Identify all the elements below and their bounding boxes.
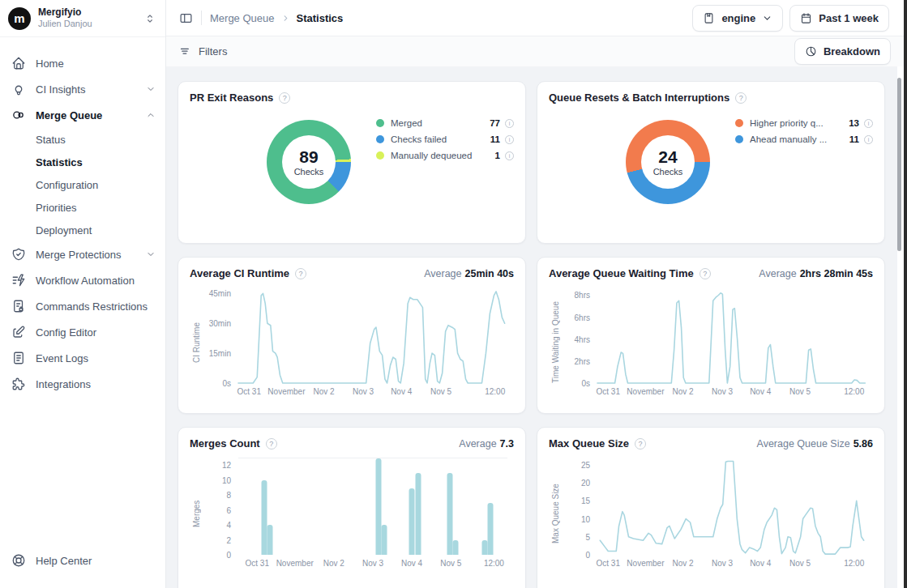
card-title: Merges Count [190,437,260,450]
repository-select[interactable]: engine [692,5,783,32]
y-axis-ticks: 2520151050 [562,458,597,555]
sidebar-item-workflow-automation[interactable]: Workflow Automation [0,267,165,293]
help-icon[interactable] [295,268,306,279]
legend-item[interactable]: Ahead manually ... 11 [735,131,873,147]
home-icon [11,56,26,70]
sidebar-item-priorities[interactable]: Priorities [0,196,165,219]
topbar: Merge Queue Statistics engine Past 1 wee… [166,0,904,36]
window-edge [904,0,907,588]
lifebuoy-icon [11,553,26,568]
help-center-link[interactable]: Help Center [0,548,165,573]
card-title: Average Queue Waiting Time [549,267,694,279]
legend-dot [376,151,384,160]
info-icon[interactable] [505,151,514,160]
help-icon[interactable] [266,438,277,450]
chevron-down-icon [146,84,156,94]
info-icon[interactable] [864,135,873,144]
queue-resets-card: Queue Resets & Batch Interruptions 24 Ch… [537,81,885,244]
shield-check-icon [11,247,26,262]
help-icon[interactable] [279,92,290,104]
pie-chart-icon [805,45,817,58]
up-down-chevron-icon[interactable] [144,13,156,24]
x-axis-ticks: Oct 31NovemberNov 2Nov 3Nov 4Nov 512:00 [238,555,507,569]
queue-resets-donut[interactable]: 24 Checks [626,120,710,204]
merges-count-card: Merges Count Average7.3 Merges 121086420… [178,427,526,588]
card-title: Queue Resets & Batch Interruptions [549,92,729,104]
x-axis-ticks: Oct 31NovemberNov 2Nov 3Nov 4Nov 512:00 [597,555,866,569]
donut-center-value: 89 [299,147,318,166]
legend-dot [735,119,743,127]
card-title: Max Queue Size [549,437,629,450]
merges-count-bar-chart[interactable] [238,458,507,555]
sidebar-item-home[interactable]: Home [0,50,165,76]
legend-item[interactable]: Merged 77 [376,115,514,131]
sidebar-nav: Home CI Insights Merge Queue Status Stat… [0,37,165,397]
info-icon[interactable] [505,119,514,128]
sidebar: m Mergifyio Julien Danjou Home CI Insigh… [0,0,166,588]
legend-item[interactable]: Higher priority q... 13 [735,115,873,131]
help-icon[interactable] [735,92,747,104]
average-stat: Average7.3 [459,438,514,450]
legend-item[interactable]: Checks failed 11 [376,131,514,147]
sidebar-item-merge-protections[interactable]: Merge Protections [0,241,165,267]
legend-item[interactable]: Manually dequeued 1 [376,147,514,164]
x-axis-ticks: Oct 31NovemberNov 2Nov 3Nov 4Nov 512:00 [238,383,507,398]
donut-center-value: 24 [658,147,677,166]
breadcrumb-parent[interactable]: Merge Queue [210,12,275,24]
sidebar-item-event-logs[interactable]: Event Logs [0,345,165,371]
sidebar-item-configuration[interactable]: Configuration [0,173,165,196]
card-title: Average CI Runtime [190,267,289,279]
scrollbar-thumb[interactable] [897,78,901,251]
ci-runtime-line-chart[interactable] [238,288,507,383]
y-axis-ticks: 45min30min15min0s [203,288,238,383]
filters-button[interactable]: Filters [179,45,227,58]
average-stat: Average2hrs 28min 45s [759,268,873,279]
queue-waiting-line-chart[interactable] [597,288,866,383]
dashboard-content: PR Exit Reasons 89 Checks Merged 77 [166,66,897,588]
donut-center-label: Checks [653,167,683,177]
calendar-icon [800,12,812,24]
info-icon[interactable] [505,135,514,144]
sidebar-item-merge-queue[interactable]: Merge Queue [0,102,165,128]
info-icon[interactable] [864,119,873,128]
pr-exit-reasons-card: PR Exit Reasons 89 Checks Merged 77 [178,81,526,244]
legend-dot [376,119,384,127]
y-axis-label: Merges [190,458,203,569]
card-title: PR Exit Reasons [190,92,273,104]
sidebar-item-ci-insights[interactable]: CI Insights [0,76,165,102]
help-icon[interactable] [700,268,711,279]
automation-bolt-icon [11,273,26,288]
sidebar-item-integrations[interactable]: Integrations [0,371,165,397]
max-queue-size-line-chart[interactable] [597,458,866,555]
org-name: Mergifyio [38,7,144,19]
time-range-button[interactable]: Past 1 week [789,5,889,32]
sidebar-item-status[interactable]: Status [0,128,165,151]
max-queue-size-card: Max Queue Size Average Queue Size5.86 Ma… [537,427,885,588]
org-logo: m [8,7,31,30]
filter-icon [179,45,191,58]
pr-exit-reasons-donut[interactable]: 89 Checks [267,120,351,204]
sidebar-item-commands-restrictions[interactable]: Commands Restrictions [0,293,165,319]
sidebar-item-deployment[interactable]: Deployment [0,219,165,241]
average-ci-runtime-card: Average CI Runtime Average25min 40s CI R… [178,257,526,414]
breadcrumb: Merge Queue Statistics [210,12,343,24]
breadcrumb-current: Statistics [297,12,344,24]
x-axis-ticks: Oct 31NovemberNov 2Nov 3Nov 4Nov 512:00 [597,383,866,398]
sidebar-item-statistics[interactable]: Statistics [0,151,165,173]
breakdown-button[interactable]: Breakdown [794,38,891,65]
toolbar: Filters Breakdown [166,36,904,66]
repository-name: engine [721,12,755,24]
sidebar-item-config-editor[interactable]: Config Editor [0,319,165,345]
repository-icon [703,12,715,24]
panel-left-icon [179,11,193,25]
merge-queue-icon [11,108,26,122]
average-queue-waiting-time-card: Average Queue Waiting Time Average2hrs 2… [537,257,885,414]
clipboard-lock-icon [11,299,26,313]
org-switcher[interactable]: m Mergifyio Julien Danjou [0,0,165,37]
chevron-down-icon [146,249,156,259]
chevron-up-icon [146,110,156,120]
org-user: Julien Danjou [38,19,144,29]
sidebar-toggle-button[interactable] [179,11,193,25]
help-icon[interactable] [635,438,646,450]
chart-legend: Merged 77 Checks failed 11 Manually dequ… [376,115,514,164]
